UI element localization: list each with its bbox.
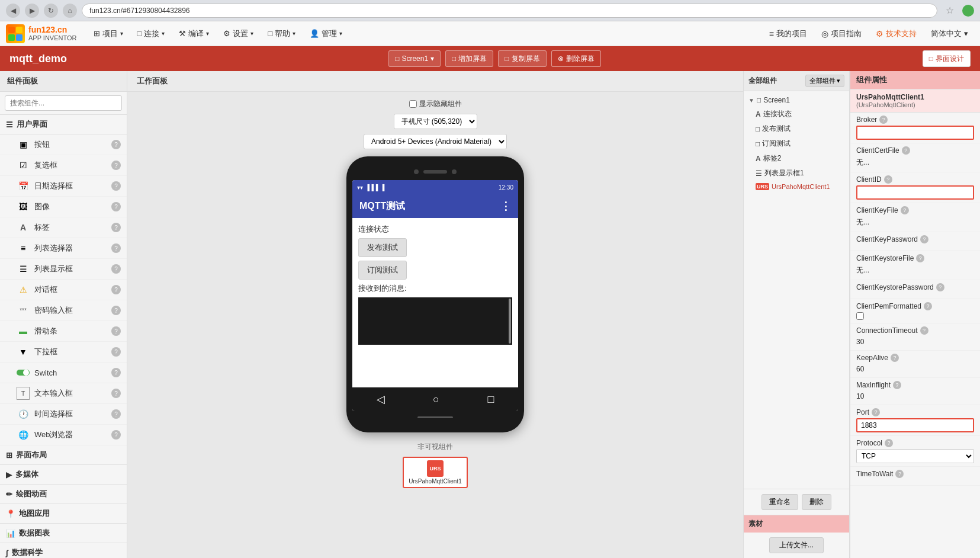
- home-button[interactable]: ⌂: [63, 4, 77, 18]
- comp-button[interactable]: ▣ 按钮 ?: [0, 134, 127, 155]
- clientpemformatted-help-icon[interactable]: ?: [924, 302, 932, 310]
- category-drawing[interactable]: ✏ 绘图动画: [0, 485, 127, 504]
- keepalive-help-icon[interactable]: ?: [891, 354, 899, 362]
- comp-slider[interactable]: ▬ 滑动条 ?: [0, 321, 127, 342]
- comp-datepicker[interactable]: 📅 日期选择框 ?: [0, 176, 127, 197]
- recents-nav-icon[interactable]: □: [487, 393, 494, 406]
- clientid-help-icon[interactable]: ?: [884, 175, 892, 184]
- url-bar[interactable]: fun123.cn/#6712930804432896: [82, 4, 937, 18]
- tree-publish-btn[interactable]: □ 发布测试: [744, 121, 849, 136]
- back-nav-icon[interactable]: ◁: [377, 393, 385, 406]
- menu-help[interactable]: □ 帮助 ▾: [261, 21, 303, 46]
- switch-help-icon[interactable]: ?: [111, 368, 121, 377]
- password-help-icon[interactable]: ?: [111, 306, 121, 315]
- comp-checkbox[interactable]: ☑ 复选框 ?: [0, 155, 127, 176]
- language-selector[interactable]: 简体中文 ▾: [925, 21, 974, 46]
- textinput-help-icon[interactable]: ?: [111, 389, 121, 398]
- phone-theme-select[interactable]: Android 5+ Devices (Android Material): [364, 134, 507, 149]
- show-hidden-checkbox[interactable]: [409, 100, 417, 108]
- checkbox-help-icon[interactable]: ?: [111, 161, 121, 170]
- listview-help-icon[interactable]: ?: [111, 264, 121, 274]
- connectiontimeout-help-icon[interactable]: ?: [920, 326, 928, 335]
- spinner-help-icon[interactable]: ?: [111, 347, 121, 357]
- menu-connect[interactable]: □ 连接 ▾: [130, 21, 172, 46]
- menu-project[interactable]: ⊞ 项目 ▾: [86, 21, 130, 46]
- tree-filter-button[interactable]: 全部组件 ▾: [805, 75, 844, 87]
- clientcertfile-help-icon[interactable]: ?: [902, 146, 910, 155]
- screen1-button[interactable]: □ Screen1 ▾: [388, 50, 441, 67]
- category-datascience[interactable]: ∫ 数据科学: [0, 543, 127, 558]
- tech-support-link[interactable]: ⚙ 技术支持: [870, 21, 923, 46]
- button-help-icon[interactable]: ?: [111, 140, 121, 149]
- clientkeypassword-help-icon[interactable]: ?: [920, 235, 928, 243]
- reload-button[interactable]: ↻: [44, 4, 58, 18]
- clientid-input[interactable]: [856, 185, 974, 200]
- webbrowser-help-icon[interactable]: ?: [111, 430, 121, 440]
- tree-connect-status[interactable]: A 连接状态: [744, 107, 849, 121]
- my-projects-link[interactable]: ≡ 我的项目: [763, 21, 813, 46]
- datepicker-help-icon[interactable]: ?: [111, 181, 121, 191]
- delete-button[interactable]: 删除: [802, 494, 831, 510]
- bookmark-icon[interactable]: ☆: [946, 5, 954, 16]
- home-nav-icon[interactable]: ○: [433, 393, 439, 406]
- copy-screen-button[interactable]: □ 复制屏幕: [498, 50, 546, 67]
- maxinflight-help-icon[interactable]: ?: [893, 381, 901, 389]
- comp-passwordinput[interactable]: *** 密码输入框 ?: [0, 300, 127, 321]
- image-help-icon[interactable]: ?: [111, 202, 121, 211]
- comp-textinput[interactable]: T 文本输入框 ?: [0, 383, 127, 404]
- comp-switch[interactable]: Switch ?: [0, 363, 127, 383]
- category-user-interface[interactable]: ☰ 用户界面: [0, 115, 127, 134]
- broker-help-icon[interactable]: ?: [879, 116, 888, 124]
- menu-settings[interactable]: ⚙ 设置 ▾: [216, 21, 261, 46]
- delete-screen-button[interactable]: ⊗ 删除屏幕: [551, 50, 601, 67]
- tree-screen1[interactable]: ▼ □ Screen1: [744, 94, 849, 107]
- back-button[interactable]: ◀: [6, 4, 20, 18]
- clientpemformatted-checkbox[interactable]: [856, 312, 864, 320]
- timetowait-help-icon[interactable]: ?: [895, 470, 904, 478]
- forward-button[interactable]: ▶: [25, 4, 39, 18]
- comp-listpicker[interactable]: ≡ 列表选择器 ?: [0, 238, 127, 259]
- comp-image[interactable]: 🖼 图像 ?: [0, 197, 127, 217]
- comp-timepicker[interactable]: 🕐 时间选择框 ?: [0, 404, 127, 425]
- port-help-icon[interactable]: ?: [872, 408, 880, 416]
- phone-size-select[interactable]: 手机尺寸 (505,320): [394, 114, 477, 129]
- category-maps[interactable]: 📍 地图应用: [0, 504, 127, 524]
- non-visible-item[interactable]: URS UrsPahoMqttClient1: [403, 457, 467, 488]
- clientkeystorepassword-help-icon[interactable]: ?: [936, 283, 944, 291]
- slider-help-icon[interactable]: ?: [111, 326, 121, 336]
- upload-button[interactable]: 上传文件...: [769, 537, 824, 553]
- clientkeystorefile-help-icon[interactable]: ?: [916, 254, 924, 262]
- comp-label[interactable]: A 标签 ?: [0, 217, 127, 238]
- design-view-button[interactable]: □ 界面设计: [923, 50, 971, 67]
- tree-label2[interactable]: A 标签2: [744, 151, 849, 166]
- port-input[interactable]: [856, 418, 974, 432]
- subscribe-btn[interactable]: 订阅测试: [358, 261, 407, 280]
- category-charts[interactable]: 📊 数据图表: [0, 524, 127, 543]
- scrollbar[interactable]: [509, 299, 511, 344]
- menu-compile[interactable]: ⚒ 编译 ▾: [172, 21, 216, 46]
- comp-listview[interactable]: ☰ 列表显示框 ?: [0, 259, 127, 280]
- tree-mqtt-client[interactable]: URS UrsPahoMqttClient1: [744, 181, 849, 193]
- broker-input[interactable]: [856, 126, 974, 140]
- search-input[interactable]: [5, 95, 122, 111]
- timepicker-help-icon[interactable]: ?: [111, 409, 121, 419]
- tree-subscribe-btn[interactable]: □ 订阅测试: [744, 136, 849, 151]
- project-guide-link[interactable]: ◎ 项目指南: [815, 21, 867, 46]
- rename-button[interactable]: 重命名: [761, 494, 798, 510]
- label-help-icon[interactable]: ?: [111, 223, 121, 232]
- comp-webbrowser[interactable]: 🌐 Web浏览器 ?: [0, 425, 127, 445]
- tree-listview[interactable]: ☰ 列表显示框1: [744, 166, 849, 181]
- comp-spinner[interactable]: ▼ 下拉框 ?: [0, 342, 127, 363]
- comp-dialog[interactable]: ⚠ 对话框 ?: [0, 280, 127, 300]
- profile-icon[interactable]: [962, 5, 974, 17]
- dialog-help-icon[interactable]: ?: [111, 285, 121, 294]
- publish-btn[interactable]: 发布测试: [358, 238, 407, 257]
- menu-admin[interactable]: 👤 管理 ▾: [303, 21, 349, 46]
- add-screen-button[interactable]: □ 增加屏幕: [445, 50, 493, 67]
- protocol-select[interactable]: TCP SSL WS: [856, 449, 974, 463]
- category-media[interactable]: ▶ 多媒体: [0, 465, 127, 485]
- listpicker-help-icon[interactable]: ?: [111, 243, 121, 253]
- category-layout[interactable]: ⊞ 界面布局: [0, 445, 127, 465]
- protocol-help-icon[interactable]: ?: [885, 439, 893, 447]
- clientkeyfile-help-icon[interactable]: ?: [901, 206, 909, 214]
